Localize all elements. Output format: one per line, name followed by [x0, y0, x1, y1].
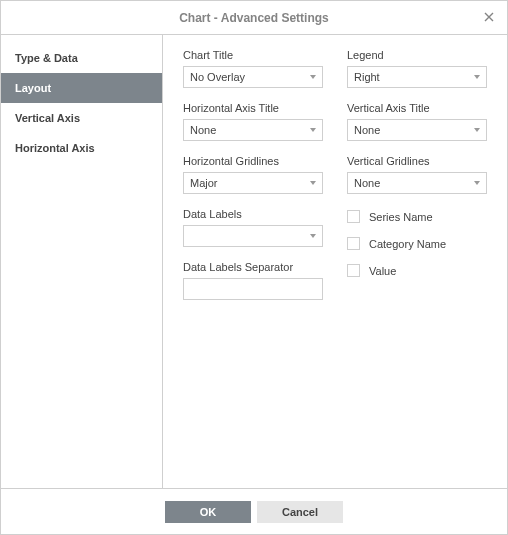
- sidebar-item-label: Type & Data: [15, 52, 78, 64]
- v-gridlines-label: Vertical Gridlines: [347, 155, 487, 167]
- chart-title-label: Chart Title: [183, 49, 323, 61]
- checkbox-box: [347, 237, 360, 250]
- chart-title-select[interactable]: No Overlay: [183, 66, 323, 88]
- close-button[interactable]: [481, 9, 497, 25]
- checkbox-series-name[interactable]: Series Name: [347, 210, 487, 223]
- v-axis-title-select[interactable]: None: [347, 119, 487, 141]
- checkbox-box: [347, 210, 360, 223]
- legend-value: Right: [354, 71, 380, 83]
- v-gridlines-value: None: [354, 177, 380, 189]
- sidebar-item-label: Horizontal Axis: [15, 142, 95, 154]
- checkbox-label: Value: [369, 265, 396, 277]
- h-axis-title-select[interactable]: None: [183, 119, 323, 141]
- v-axis-title-value: None: [354, 124, 380, 136]
- h-gridlines-select[interactable]: Major: [183, 172, 323, 194]
- ok-button[interactable]: OK: [165, 501, 251, 523]
- content-layout: Chart Title No Overlay Legend Right Hori…: [163, 35, 507, 488]
- v-axis-title-label: Vertical Axis Title: [347, 102, 487, 114]
- footer: OK Cancel: [1, 488, 507, 534]
- h-gridlines-value: Major: [190, 177, 218, 189]
- ok-button-label: OK: [200, 506, 217, 518]
- checkbox-label: Category Name: [369, 238, 446, 250]
- checkbox-box: [347, 264, 360, 277]
- sidebar-item-type-data[interactable]: Type & Data: [1, 43, 162, 73]
- titlebar: Chart - Advanced Settings: [1, 1, 507, 35]
- legend-label: Legend: [347, 49, 487, 61]
- data-labels-separator-input[interactable]: [183, 278, 323, 300]
- chart-title-value: No Overlay: [190, 71, 245, 83]
- cancel-button[interactable]: Cancel: [257, 501, 343, 523]
- h-axis-title-label: Horizontal Axis Title: [183, 102, 323, 114]
- sidebar-item-layout[interactable]: Layout: [1, 73, 162, 103]
- sidebar-item-label: Layout: [15, 82, 51, 94]
- dialog-chart-advanced-settings: Chart - Advanced Settings Type & Data La…: [0, 0, 508, 535]
- sidebar-item-horizontal-axis[interactable]: Horizontal Axis: [1, 133, 162, 163]
- data-labels-separator-label: Data Labels Separator: [183, 261, 323, 273]
- legend-select[interactable]: Right: [347, 66, 487, 88]
- checkbox-value[interactable]: Value: [347, 264, 487, 277]
- dialog-title: Chart - Advanced Settings: [179, 11, 329, 25]
- h-axis-title-value: None: [190, 124, 216, 136]
- checkbox-label: Series Name: [369, 211, 433, 223]
- data-labels-label: Data Labels: [183, 208, 323, 220]
- v-gridlines-select[interactable]: None: [347, 172, 487, 194]
- h-gridlines-label: Horizontal Gridlines: [183, 155, 323, 167]
- checkbox-category-name[interactable]: Category Name: [347, 237, 487, 250]
- data-labels-select[interactable]: [183, 225, 323, 247]
- sidebar-item-vertical-axis[interactable]: Vertical Axis: [1, 103, 162, 133]
- sidebar: Type & Data Layout Vertical Axis Horizon…: [1, 35, 163, 488]
- cancel-button-label: Cancel: [282, 506, 318, 518]
- dialog-body: Type & Data Layout Vertical Axis Horizon…: [1, 35, 507, 488]
- sidebar-item-label: Vertical Axis: [15, 112, 80, 124]
- close-icon: [484, 12, 494, 22]
